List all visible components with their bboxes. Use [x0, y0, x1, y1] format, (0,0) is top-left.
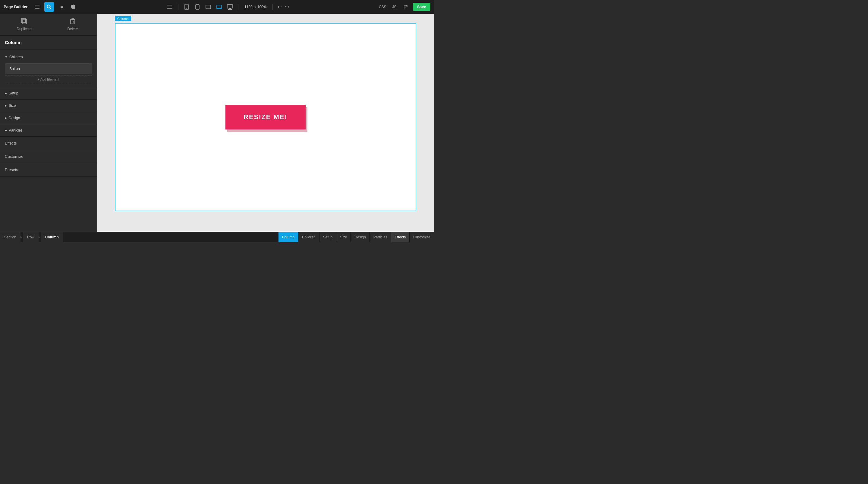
breadcrumb-section[interactable]: Section [0, 232, 21, 242]
tab-size[interactable]: Size [336, 232, 350, 242]
presets-nav-item[interactable]: Presets [0, 163, 97, 176]
svg-rect-16 [228, 9, 232, 10]
svg-rect-22 [72, 19, 73, 19]
device-laptop-button[interactable] [215, 2, 224, 11]
children-arrow-icon: ▼ [5, 56, 7, 59]
particles-section: ▶ Particles [0, 124, 97, 137]
children-title: ▼ Children [5, 52, 92, 60]
shield-button[interactable] [68, 2, 78, 12]
effects-nav-item[interactable]: Effects [0, 137, 97, 150]
svg-point-3 [47, 5, 50, 8]
breadcrumb-row[interactable]: Row [23, 232, 38, 242]
divider-2 [238, 4, 239, 10]
svg-point-9 [186, 8, 187, 9]
tab-design[interactable]: Design [350, 232, 369, 242]
customize-nav-item[interactable]: Customize [0, 150, 97, 163]
css-button[interactable]: CSS [377, 4, 388, 10]
tab-customize[interactable]: Customize [409, 232, 434, 242]
svg-rect-6 [167, 7, 173, 7]
duplicate-button[interactable]: Duplicate [0, 14, 49, 35]
design-arrow-icon: ▶ [5, 116, 7, 119]
duplicate-icon [22, 18, 27, 26]
svg-rect-7 [167, 8, 173, 9]
add-element-button[interactable]: + Add Element [5, 76, 92, 83]
tab-setup[interactable]: Setup [319, 232, 336, 242]
svg-rect-0 [35, 5, 39, 5]
svg-rect-14 [227, 4, 233, 8]
sidebar-content: ▼ Children Button + Add Element [0, 50, 97, 232]
svg-rect-10 [195, 4, 199, 9]
size-section: ▶ Size [0, 99, 97, 112]
top-bar-left: Page Builder [4, 2, 78, 12]
size-toggle[interactable]: ▶ Size [0, 99, 97, 112]
canvas-frame: Column RESIZE ME! [115, 23, 416, 211]
tab-particles[interactable]: Particles [370, 232, 391, 242]
children-section-body: ▼ Children Button + Add Element [0, 50, 97, 87]
children-section: ▼ Children Button + Add Element [0, 50, 97, 87]
svg-rect-15 [229, 8, 231, 9]
delete-label: Delete [67, 27, 78, 31]
top-bar-right: CSS JS Save [377, 2, 430, 12]
design-toggle[interactable]: ▶ Design [0, 112, 97, 124]
canvas-area: Column RESIZE ME! [97, 14, 434, 232]
svg-rect-5 [167, 5, 173, 5]
svg-rect-11 [206, 5, 211, 9]
svg-rect-19 [22, 18, 25, 23]
sidebar: Duplicate Delete Column ▼ Children [0, 14, 97, 232]
size-arrow-icon: ▶ [5, 104, 7, 107]
design-section: ▶ Design [0, 112, 97, 124]
column-label: Column [115, 16, 131, 21]
external-link-button[interactable] [401, 2, 410, 12]
children-list: Button [5, 63, 92, 74]
button-wrapper: RESIZE ME! [225, 105, 306, 130]
tab-children[interactable]: Children [298, 232, 319, 242]
redo-button[interactable]: ↪ [284, 3, 290, 10]
breadcrumb: Section Row Column [0, 232, 63, 242]
svg-rect-20 [70, 20, 75, 24]
setup-arrow-icon: ▶ [5, 92, 7, 95]
svg-rect-1 [35, 7, 39, 7]
particles-arrow-icon: ▶ [5, 129, 7, 132]
save-button[interactable]: Save [413, 3, 430, 11]
device-mobile-button[interactable] [182, 2, 191, 11]
panel-title: Column [0, 36, 97, 50]
sidebar-actions: Duplicate Delete [0, 14, 97, 36]
tab-effects[interactable]: Effects [391, 232, 409, 242]
hamburger-menu-button[interactable] [165, 2, 175, 12]
delete-button[interactable]: Delete [49, 14, 97, 35]
breadcrumb-column[interactable]: Column [41, 232, 63, 242]
resize-me-button[interactable]: RESIZE ME! [225, 105, 306, 130]
top-bar-center: 1120px 100% ↩ ↪ [165, 2, 290, 12]
child-item-button[interactable]: Button [5, 63, 92, 74]
svg-rect-2 [35, 8, 39, 9]
top-bar: Page Builder [0, 0, 434, 14]
device-tablet-v-button[interactable] [193, 2, 202, 11]
sidebar-toggle-button[interactable] [32, 2, 42, 12]
tab-column[interactable]: Column [278, 232, 298, 242]
trash-icon [70, 18, 75, 26]
svg-rect-13 [216, 8, 222, 9]
setup-section: ▶ Setup [0, 87, 97, 99]
js-button[interactable]: JS [391, 4, 398, 10]
main-layout: Duplicate Delete Column ▼ Children [0, 14, 434, 232]
svg-rect-12 [217, 5, 221, 8]
bottom-tabs: Column Children Setup Size Design Partic… [278, 232, 434, 242]
settings-button[interactable] [56, 2, 66, 12]
divider-1 [178, 4, 179, 10]
app-title: Page Builder [4, 4, 27, 9]
canvas-size-display: 1120px 100% [244, 5, 267, 9]
device-desktop-button[interactable] [225, 2, 235, 11]
canvas-content: RESIZE ME! [116, 24, 415, 210]
duplicate-label: Duplicate [17, 27, 32, 31]
search-button[interactable] [44, 2, 54, 12]
particles-toggle[interactable]: ▶ Particles [0, 124, 97, 136]
svg-line-4 [50, 7, 52, 9]
bottom-bar: Section Row Column Column Children Setup… [0, 232, 434, 242]
undo-redo-group: ↩ ↪ [276, 3, 290, 10]
setup-toggle[interactable]: ▶ Setup [0, 87, 97, 99]
undo-button[interactable]: ↩ [276, 3, 283, 10]
device-tablet-h-button[interactable] [204, 2, 213, 11]
